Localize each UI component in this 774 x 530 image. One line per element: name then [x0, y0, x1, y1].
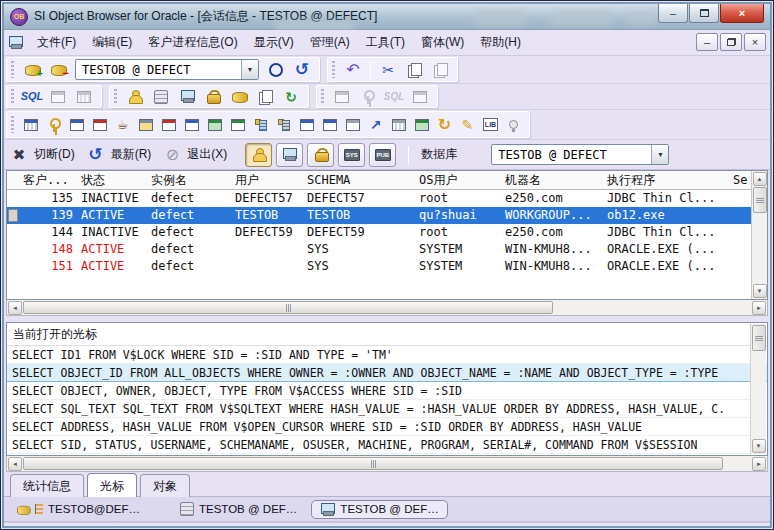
menu-help[interactable]: 帮助(H) [472, 31, 529, 54]
toolbar-grip[interactable] [114, 89, 117, 104]
grid-hscroll-thumb[interactable] [23, 301, 553, 314]
grant-button[interactable] [43, 115, 64, 135]
library-button[interactable]: LIB [480, 115, 501, 135]
open-object-button[interactable] [135, 115, 156, 135]
menu-view[interactable]: 显示(V) [246, 31, 302, 54]
cursor-vscroll-thumb[interactable] [752, 325, 766, 351]
window-number-button[interactable] [319, 115, 340, 135]
tree-button[interactable] [273, 115, 294, 135]
sql-log-button[interactable]: SQL [382, 86, 406, 108]
toolbar-grip[interactable] [321, 89, 324, 104]
taskbar-item-database[interactable]: TESTOB @ DEF… [172, 500, 305, 518]
window-copy-button[interactable] [342, 115, 363, 135]
table-row[interactable]: 144 INACTIVE defect DEFECT59 DEFECT59 ro… [7, 224, 767, 241]
database-objects-button[interactable] [149, 86, 173, 108]
menu-manage[interactable]: 管理(A) [302, 31, 358, 54]
col-header-schema[interactable]: SCHEMA [303, 171, 415, 189]
refresh-gold-button[interactable]: ↻ [434, 115, 455, 135]
copy-button[interactable] [402, 59, 426, 81]
title-bar[interactable]: OB SI Object Browser for Oracle - [会话信息 … [4, 4, 770, 30]
client-process-button[interactable] [175, 86, 199, 108]
col-header-user[interactable]: 用户 [231, 171, 303, 189]
menu-file[interactable]: 文件(F) [29, 31, 84, 54]
col-header-osuser[interactable]: OS用户 [415, 171, 501, 189]
table-row-selected[interactable]: 139 ACTIVE defect TESTOB TESTOB qu?shuai… [7, 207, 767, 224]
col-header-instance[interactable]: 实例名 [147, 171, 231, 189]
window-settings-button[interactable] [296, 115, 317, 135]
formula-window-button[interactable] [181, 115, 202, 135]
menu-edit[interactable]: 编辑(E) [84, 31, 140, 54]
sql-line[interactable]: SELECT OBJECT, OWNER, OBJECT, TYPE FROM … [7, 382, 767, 400]
toolbar-grip[interactable] [11, 61, 14, 77]
col-header-machine[interactable]: 机器名 [501, 171, 603, 189]
toolbar-grip[interactable] [11, 116, 14, 134]
window-red-button[interactable] [158, 115, 179, 135]
disconnect-database-button[interactable]: − [46, 59, 70, 81]
tree-new-button[interactable] [250, 115, 271, 135]
tab-cursor[interactable]: 光标 [87, 473, 137, 497]
connect-database-button[interactable]: + [20, 59, 44, 81]
external-link-button[interactable]: ↗ [365, 115, 386, 135]
sql-line-selected[interactable]: SELECT OBJECT_ID FROM ALL_OBJECTS WHERE … [7, 364, 767, 382]
taskbar-item-object-tree[interactable]: TESTOB@DEF… [8, 501, 148, 518]
scroll-down-icon[interactable]: ▼ [753, 284, 767, 298]
combo-dropdown-icon[interactable]: ▼ [241, 60, 258, 79]
filter-user-sessions-toggle[interactable] [245, 143, 272, 167]
privilege-button[interactable] [356, 86, 380, 108]
scroll-up-icon[interactable]: ▲ [753, 172, 767, 186]
grid-vscroll-thumb[interactable] [753, 187, 767, 213]
col-header-program[interactable]: 执行程序 [603, 171, 729, 189]
col-header-status[interactable]: 状态 [77, 171, 147, 189]
menu-client-process[interactable]: 客户进程信息(O) [140, 31, 245, 54]
table-row[interactable]: 135 INACTIVE defect DEFECT57 DEFECT57 ro… [7, 190, 767, 207]
filter-client-sessions-toggle[interactable] [276, 143, 303, 167]
script-button[interactable] [46, 86, 70, 108]
menu-window[interactable]: 窗体(W) [413, 31, 472, 54]
sql-line[interactable]: SELECT SID, STATUS, USERNAME, SCHEMANAME… [7, 436, 767, 454]
tab-statistics[interactable]: 统计信息 [10, 474, 84, 497]
striped-window-button[interactable] [388, 115, 409, 135]
edit-chart-button[interactable]: ✎ [457, 115, 478, 135]
mdi-restore-button[interactable] [720, 33, 742, 51]
tablespace-button[interactable] [227, 86, 251, 108]
window-green-button[interactable] [204, 115, 225, 135]
disconnect-session-button[interactable]: ✖ [7, 144, 31, 166]
mdi-minimize-button[interactable]: – [696, 33, 718, 51]
scroll-down-icon[interactable]: ▼ [752, 439, 766, 453]
sql-editor-button[interactable]: SQL [20, 86, 44, 108]
java-source-button[interactable]: ☕ [112, 115, 133, 135]
duplicate-objects-button[interactable] [253, 86, 277, 108]
session-monitor-button[interactable] [89, 115, 110, 135]
scroll-right-icon[interactable]: ► [752, 301, 766, 315]
col-header-client[interactable]: 客户... [19, 171, 77, 189]
refresh-label[interactable]: 最新(R) [111, 146, 152, 163]
sql-line[interactable]: SELECT ADDRESS, HASH_VALUE FROM V$OPEN_C… [7, 418, 767, 436]
combo-dropdown-icon[interactable]: ▼ [651, 145, 668, 164]
sql-line[interactable]: SELECT SQL_TEXT SQL_TEXT FROM V$SQLTEXT … [7, 400, 767, 418]
package-button[interactable] [330, 86, 354, 108]
cursor-hscroll-thumb[interactable] [23, 457, 723, 470]
mdi-close-button[interactable]: × [744, 33, 766, 51]
refresh-connection-button[interactable]: ↺ [290, 59, 314, 81]
toolbar-grip[interactable] [11, 89, 14, 104]
grid-vertical-scrollbar[interactable]: ▲ ▼ [751, 171, 767, 299]
table-row[interactable]: 151 ACTIVE defect SYS SYSTEM WIN-KMUH8..… [7, 258, 767, 275]
scroll-left-icon[interactable]: ◄ [8, 457, 22, 471]
filter-sys-sessions-toggle[interactable]: SYS [338, 143, 365, 167]
database-combobox[interactable]: TESTOB @ DEFECT ▼ [491, 144, 669, 165]
user-session-button[interactable] [123, 86, 147, 108]
filter-pub-sessions-toggle[interactable]: PUB [369, 143, 396, 167]
refresh-sessions-button[interactable]: ↺ [84, 144, 108, 166]
column-view-button[interactable] [72, 86, 96, 108]
toolbar-grip[interactable] [332, 61, 335, 77]
lock-info-button[interactable] [201, 86, 225, 108]
undo-button[interactable]: ↶ [341, 59, 365, 81]
paste-button[interactable] [428, 59, 452, 81]
column-browser-button[interactable] [20, 115, 41, 135]
recycle-bin-button[interactable]: ↻ [279, 86, 303, 108]
window-overlap-button[interactable] [227, 115, 248, 135]
filter-locked-sessions-toggle[interactable] [307, 143, 334, 167]
close-button[interactable]: × [720, 4, 764, 23]
grid-horizontal-scrollbar[interactable]: ◄ ► [6, 300, 768, 316]
export-table-button[interactable] [408, 86, 432, 108]
